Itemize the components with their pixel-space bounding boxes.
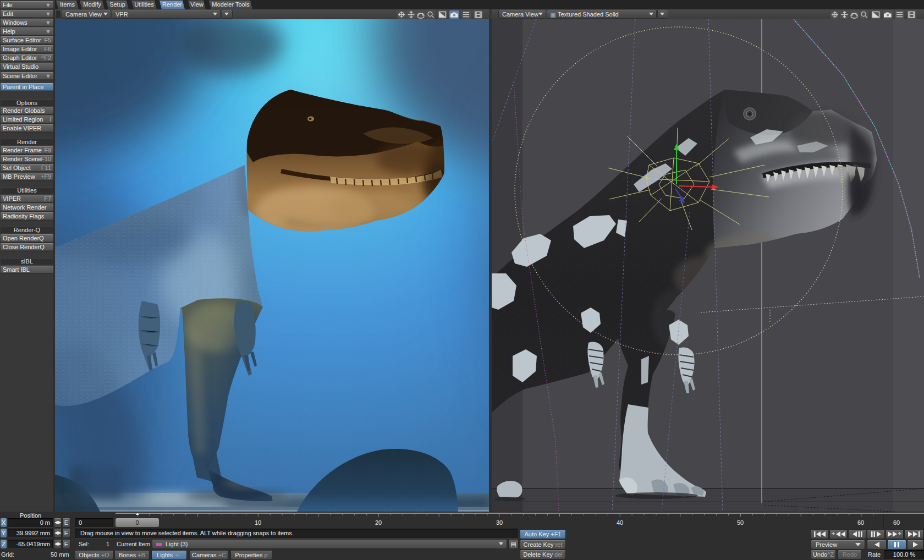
svg-text:20: 20 <box>375 519 382 526</box>
svg-text:30: 30 <box>496 519 503 526</box>
svg-text:50: 50 <box>737 519 744 526</box>
svg-text:60: 60 <box>857 519 864 526</box>
svg-text:10: 10 <box>255 519 261 526</box>
svg-text:60: 60 <box>893 519 900 526</box>
svg-text:40: 40 <box>617 519 623 526</box>
